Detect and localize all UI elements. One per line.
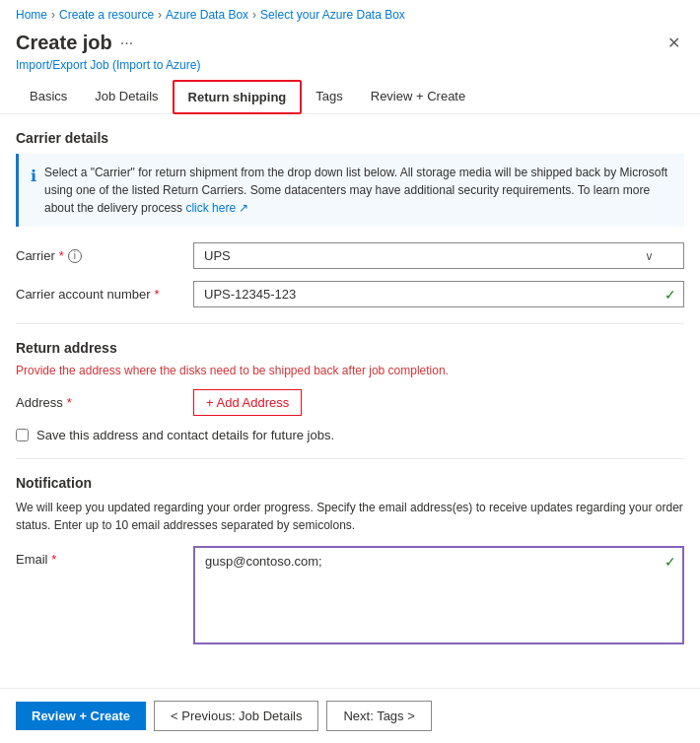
carrier-info-box: ℹ Select a "Carrier" for return shipment… xyxy=(16,154,684,227)
close-button[interactable]: ✕ xyxy=(664,30,684,56)
carrier-account-valid-icon: ✓ xyxy=(665,287,676,303)
carrier-value: UPS xyxy=(204,248,231,263)
notification-desc: We will keep you updated regarding your … xyxy=(16,499,684,534)
email-valid-icon: ✓ xyxy=(665,554,676,570)
tab-job-details[interactable]: Job Details xyxy=(81,80,172,114)
next-button[interactable]: Next: Tags > xyxy=(326,701,431,731)
dropdown-arrow-icon: ∨ xyxy=(645,249,654,263)
tab-bar: Basics Job Details Return shipping Tags … xyxy=(0,80,700,114)
save-address-checkbox[interactable] xyxy=(16,429,29,441)
address-label: Address * xyxy=(16,395,193,410)
email-label: Email * xyxy=(16,546,193,567)
save-address-label: Save this address and contact details fo… xyxy=(36,428,334,442)
email-textarea[interactable]: gusp@contoso.com; xyxy=(193,546,684,644)
breadcrumb-select-azure-data-box[interactable]: Select your Azure Data Box xyxy=(260,8,405,22)
carrier-account-label: Carrier account number * xyxy=(16,287,193,302)
page-title: Create job xyxy=(16,32,112,54)
carrier-row: Carrier * i UPS ∨ xyxy=(16,242,684,269)
carrier-info-circle[interactable]: i xyxy=(68,249,82,263)
main-content: Carrier details ℹ Select a "Carrier" for… xyxy=(0,130,700,663)
carrier-info-text: Select a "Carrier" for return shipment f… xyxy=(44,166,667,215)
page-header: Create job ··· ✕ xyxy=(0,26,700,58)
info-icon: ℹ xyxy=(31,165,36,217)
tab-return-shipping[interactable]: Return shipping xyxy=(173,80,303,114)
breadcrumb: Home › Create a resource › Azure Data Bo… xyxy=(0,0,700,26)
click-here-link[interactable]: click here ↗ xyxy=(185,201,248,215)
tab-basics[interactable]: Basics xyxy=(16,80,81,114)
divider-1 xyxy=(16,323,684,324)
breadcrumb-azure-data-box[interactable]: Azure Data Box xyxy=(166,8,248,22)
carrier-dropdown[interactable]: UPS ∨ xyxy=(193,242,684,269)
tab-review-create[interactable]: Review + Create xyxy=(357,80,479,114)
review-create-button[interactable]: Review + Create xyxy=(16,702,146,730)
previous-button[interactable]: < Previous: Job Details xyxy=(154,701,318,731)
footer: Review + Create < Previous: Job Details … xyxy=(0,688,700,743)
breadcrumb-create-resource[interactable]: Create a resource xyxy=(59,8,154,22)
return-address-desc: Provide the address where the disks need… xyxy=(16,364,684,377)
add-address-button[interactable]: + Add Address xyxy=(193,389,302,416)
breadcrumb-home[interactable]: Home xyxy=(16,8,47,22)
more-options-icon[interactable]: ··· xyxy=(120,34,133,52)
carrier-account-input[interactable] xyxy=(193,281,684,307)
carrier-account-row: Carrier account number * ✓ xyxy=(16,281,684,307)
divider-2 xyxy=(16,458,684,459)
page-subtitle: Import/Export Job (Import to Azure) xyxy=(0,58,700,80)
email-row: Email * gusp@contoso.com; ✓ xyxy=(16,546,684,647)
address-row: Address * + Add Address xyxy=(16,389,684,416)
return-address-title: Return address xyxy=(16,340,684,356)
tab-tags[interactable]: Tags xyxy=(302,80,356,114)
carrier-details-title: Carrier details xyxy=(16,130,684,146)
notification-title: Notification xyxy=(16,475,684,491)
carrier-label: Carrier * i xyxy=(16,248,193,263)
